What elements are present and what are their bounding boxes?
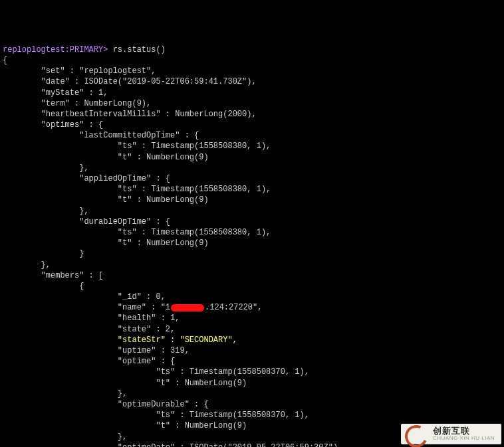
- m0-name-suffix: .124:27220: [205, 303, 253, 312]
- m0-statestr: SECONDARY: [185, 335, 228, 345]
- lco-t: NumberLong(9): [146, 153, 209, 162]
- rs-set: reploplogtest: [84, 66, 146, 76]
- watermark-badge: 创新互联 CHUANG XIN HU LIAN: [401, 424, 501, 444]
- shell-prompt: reploplogtest:PRIMARY>: [3, 45, 108, 54]
- watermark-title: 创新互联: [433, 426, 495, 436]
- m0-op-t: NumberLong(9): [185, 379, 247, 388]
- rs-hbim: NumberLong(2000): [175, 110, 251, 119]
- ao-t: NumberLong(9): [146, 195, 209, 205]
- rs-mystate: 1: [98, 88, 103, 98]
- m0-uptime: 319: [170, 346, 185, 355]
- command-text: rs.status(): [113, 45, 166, 54]
- m0-opdate: ISODate("2019-05-22T06:59:30Z"): [189, 443, 338, 447]
- do-ts: Timestamp(1558508380, 1): [151, 228, 266, 237]
- rs-date: ISODate("2019-05-22T06:59:41.730Z"): [84, 77, 251, 86]
- watermark-sub: CHUANG XIN HU LIAN: [433, 436, 495, 442]
- m0-id: 0: [156, 292, 160, 302]
- redacted-ip-icon: [171, 304, 204, 312]
- m0-od-ts: Timestamp(1558508370, 1): [189, 410, 305, 420]
- ao-ts: Timestamp(1558508380, 1): [151, 185, 266, 194]
- rs-term: NumberLong(9): [84, 99, 146, 108]
- m0-state: 2: [166, 325, 170, 334]
- terminal-output: reploplogtest:PRIMARY> rs.status() { "se…: [3, 45, 501, 447]
- lco-ts: Timestamp(1558508380, 1): [151, 141, 266, 151]
- m0-health: 1: [170, 313, 175, 323]
- m0-statestr-line: "stateStr" : "SECONDARY",: [118, 335, 237, 345]
- watermark-logo-icon: [402, 422, 431, 447]
- do-t: NumberLong(9): [146, 238, 209, 248]
- m0-od-t: NumberLong(9): [185, 421, 247, 430]
- m0-op-ts: Timestamp(1558508370, 1): [189, 367, 305, 377]
